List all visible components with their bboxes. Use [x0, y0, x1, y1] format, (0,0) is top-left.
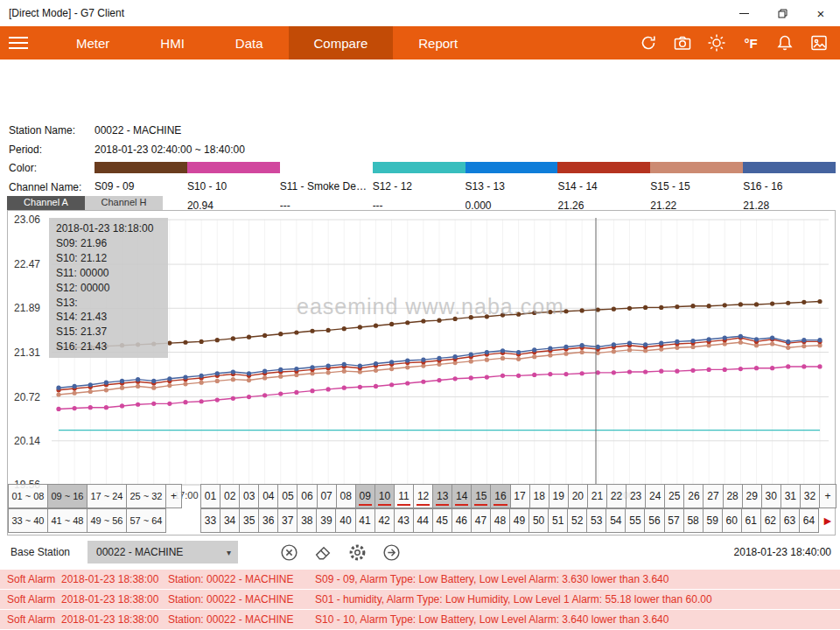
- channel-cell-11[interactable]: 11: [394, 484, 414, 508]
- channel-group-cell[interactable]: 01 ~ 08: [8, 484, 48, 508]
- channel-cell-51[interactable]: 51: [548, 508, 568, 533]
- channel-cell-26[interactable]: 26: [683, 484, 704, 508]
- channel-cell-64[interactable]: 64: [799, 508, 819, 533]
- channel-cell-10[interactable]: 10: [374, 484, 395, 508]
- alarm-row[interactable]: Soft Alarm2018-01-23 18:38:00Station: 00…: [0, 610, 840, 629]
- channel-cell-63[interactable]: 63: [780, 508, 800, 533]
- settings-button[interactable]: [346, 542, 368, 563]
- channel-cell-48[interactable]: 48: [490, 508, 510, 533]
- channel-cell-06[interactable]: 06: [297, 484, 317, 508]
- channel-cell-53[interactable]: 53: [586, 508, 606, 533]
- nav-item-report[interactable]: Report: [393, 26, 483, 60]
- channel-cell-37[interactable]: 37: [277, 508, 298, 533]
- channel-cell-38[interactable]: 38: [297, 508, 317, 533]
- channel-group-cell[interactable]: 17 ~ 24: [87, 484, 127, 508]
- picture-icon[interactable]: [808, 32, 830, 53]
- channel-cell-33[interactable]: 33: [200, 508, 220, 533]
- channel-cell-02[interactable]: 02: [220, 484, 240, 508]
- channel-cell-14[interactable]: 14: [452, 484, 472, 508]
- channel-cell-24[interactable]: 24: [645, 484, 665, 508]
- channel-cell-40[interactable]: 40: [335, 508, 355, 533]
- channel-cell-29[interactable]: 29: [742, 484, 762, 508]
- channel-cell-03[interactable]: 03: [239, 484, 259, 508]
- pager-plus-button[interactable]: +: [819, 484, 836, 508]
- brightness-icon[interactable]: [706, 32, 727, 53]
- eraser-button[interactable]: [312, 542, 333, 563]
- channel-cell-60[interactable]: 60: [722, 508, 742, 533]
- channel-cell-08[interactable]: 08: [336, 484, 356, 508]
- nav-item-hmi[interactable]: HMI: [135, 26, 210, 60]
- nav-item-meter[interactable]: Meter: [51, 26, 135, 60]
- channel-cell-34[interactable]: 34: [220, 508, 240, 533]
- channel-cell-39[interactable]: 39: [316, 508, 336, 533]
- bell-icon[interactable]: [774, 32, 795, 53]
- channel-cell-09[interactable]: 09: [355, 484, 375, 508]
- channel-cell-30[interactable]: 30: [761, 484, 781, 508]
- channel-cell-01[interactable]: 01: [200, 484, 220, 508]
- channel-cell-43[interactable]: 43: [394, 508, 414, 533]
- alarm-row[interactable]: Soft Alarm2018-01-23 18:38:00Station: 00…: [0, 590, 840, 609]
- channel-cell-44[interactable]: 44: [413, 508, 433, 533]
- close-button[interactable]: ×: [802, 0, 840, 26]
- channel-cell-19[interactable]: 19: [549, 484, 569, 508]
- channel-cell-56[interactable]: 56: [644, 508, 664, 533]
- channel-cell-49[interactable]: 49: [509, 508, 529, 533]
- channel-group-cell[interactable]: 41 ~ 48: [47, 508, 88, 533]
- sync-icon[interactable]: [638, 32, 659, 53]
- channel-cell-55[interactable]: 55: [625, 508, 645, 533]
- channel-cell-16[interactable]: 16: [490, 484, 510, 508]
- channel-cell-36[interactable]: 36: [258, 508, 278, 533]
- channel-group-cell[interactable]: 33 ~ 40: [8, 508, 48, 533]
- go-button[interactable]: [381, 542, 402, 563]
- minimize-button[interactable]: [724, 0, 763, 26]
- channel-cell-21[interactable]: 21: [587, 484, 607, 508]
- channel-group-cell[interactable]: 25 ~ 32: [126, 484, 166, 508]
- channel-cell-58[interactable]: 58: [683, 508, 704, 533]
- channel-cell-59[interactable]: 59: [703, 508, 723, 533]
- channel-cell-47[interactable]: 47: [471, 508, 491, 533]
- channel-cell-61[interactable]: 61: [741, 508, 761, 533]
- channel-cell-04[interactable]: 04: [258, 484, 278, 508]
- nav-item-data[interactable]: Data: [210, 26, 289, 60]
- channel-cell-20[interactable]: 20: [568, 484, 588, 508]
- channel-cell-52[interactable]: 52: [567, 508, 587, 533]
- channel-cell-05[interactable]: 05: [277, 484, 298, 508]
- tab-channel-a[interactable]: Channel A: [7, 196, 85, 210]
- channel-cell-25[interactable]: 25: [664, 484, 684, 508]
- channel-cell-62[interactable]: 62: [760, 508, 780, 533]
- channel-cell-22[interactable]: 22: [606, 484, 626, 508]
- channel-cell-50[interactable]: 50: [528, 508, 549, 533]
- channel-cell-28[interactable]: 28: [723, 484, 743, 508]
- base-station-dropdown[interactable]: 00022 - MACHINE ▾: [88, 541, 238, 564]
- channel-group-cell[interactable]: 57 ~ 64: [126, 508, 166, 533]
- channel-cell-46[interactable]: 46: [452, 508, 472, 533]
- alarm-row[interactable]: Soft Alarm2018-01-23 18:38:00Station: 00…: [0, 570, 840, 589]
- channel-cell-35[interactable]: 35: [239, 508, 259, 533]
- pager-plus-button[interactable]: +: [165, 484, 182, 508]
- channel-cell-42[interactable]: 42: [374, 508, 395, 533]
- pager-next-button[interactable]: ►: [819, 508, 836, 533]
- channel-cell-13[interactable]: 13: [432, 484, 452, 508]
- camera-icon[interactable]: [672, 32, 693, 53]
- nav-item-compare[interactable]: Compare: [289, 26, 394, 60]
- channel-cell-57[interactable]: 57: [664, 508, 684, 533]
- channel-cell-41[interactable]: 41: [355, 508, 375, 533]
- channel-cell-54[interactable]: 54: [606, 508, 626, 533]
- channel-cell-45[interactable]: 45: [432, 508, 452, 533]
- menu-icon[interactable]: [0, 37, 40, 49]
- channel-cell-18[interactable]: 18: [529, 484, 550, 508]
- channel-cell-32[interactable]: 32: [800, 484, 820, 508]
- channel-cell-07[interactable]: 07: [317, 484, 337, 508]
- channel-cell-12[interactable]: 12: [413, 484, 433, 508]
- restore-button[interactable]: [763, 0, 802, 26]
- channel-cell-17[interactable]: 17: [510, 484, 530, 508]
- channel-cell-31[interactable]: 31: [780, 484, 801, 508]
- trend-chart[interactable]: 23.0622.4721.8921.3120.7220.1419.56 ease…: [7, 210, 836, 536]
- channel-cell-23[interactable]: 23: [626, 484, 646, 508]
- channel-cell-27[interactable]: 27: [703, 484, 723, 508]
- fahrenheit-icon[interactable]: °F: [740, 32, 761, 53]
- tab-channel-h[interactable]: Channel H: [85, 196, 163, 210]
- channel-group-cell[interactable]: 09 ~ 16: [47, 484, 88, 508]
- channel-group-cell[interactable]: 49 ~ 56: [87, 508, 127, 533]
- channel-cell-15[interactable]: 15: [471, 484, 491, 508]
